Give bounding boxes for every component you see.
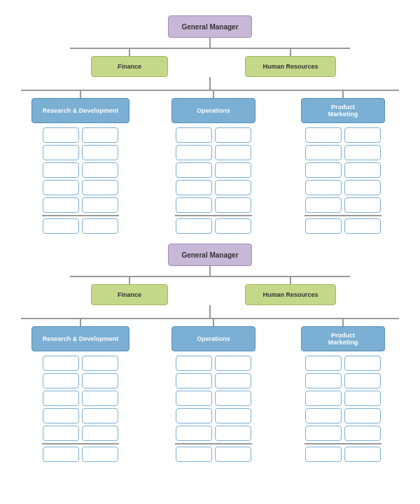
sub-box bbox=[215, 391, 251, 406]
gm-box-1: General Manager bbox=[168, 15, 252, 38]
sub-box bbox=[43, 162, 79, 178]
sub-box bbox=[82, 447, 118, 462]
sub-box bbox=[176, 391, 212, 406]
sub-box bbox=[176, 127, 212, 143]
sub-box bbox=[305, 180, 342, 195]
sub-box bbox=[82, 426, 118, 441]
sub-box bbox=[344, 127, 381, 143]
finance-box-1: Finance bbox=[91, 56, 168, 77]
sub-box bbox=[215, 197, 251, 213]
sub-box bbox=[344, 197, 381, 213]
vline bbox=[209, 38, 211, 48]
sub-box bbox=[176, 197, 212, 213]
sub-box bbox=[43, 197, 79, 213]
sub-box bbox=[43, 426, 79, 441]
sub-box bbox=[82, 373, 118, 388]
sub-box bbox=[82, 127, 118, 143]
sub-box bbox=[305, 391, 342, 406]
sub-box bbox=[305, 447, 342, 462]
sub-box bbox=[305, 127, 342, 143]
sub-box bbox=[43, 391, 79, 406]
sub-box bbox=[305, 218, 342, 234]
org-chart-1: General Manager Finance Human Resources bbox=[7, 7, 413, 234]
sub-box bbox=[215, 145, 251, 160]
sub-box bbox=[176, 447, 212, 462]
sub-box bbox=[305, 162, 342, 178]
sub-box bbox=[344, 426, 381, 441]
org-chart-2: General Manager Finance Human Resources bbox=[7, 244, 413, 472]
sub-box bbox=[305, 145, 342, 160]
sub-box bbox=[305, 408, 342, 424]
rnd-box-1: Research & Development bbox=[31, 98, 130, 123]
sub-box bbox=[176, 373, 212, 388]
sub-box bbox=[215, 426, 251, 441]
sub-box bbox=[215, 162, 251, 178]
sub-box bbox=[344, 145, 381, 160]
sub-box bbox=[176, 218, 212, 234]
sub-box bbox=[305, 373, 342, 388]
sub-box bbox=[344, 218, 381, 234]
sub-box bbox=[43, 408, 79, 424]
sub-box bbox=[305, 356, 342, 371]
sub-box bbox=[43, 447, 79, 462]
sub-box bbox=[215, 356, 251, 371]
sub-box bbox=[344, 162, 381, 178]
sub-box bbox=[344, 391, 381, 406]
sub-box bbox=[43, 145, 79, 160]
sub-box bbox=[215, 218, 251, 234]
vline bbox=[209, 266, 211, 276]
sub-box bbox=[43, 373, 79, 388]
sub-box bbox=[176, 180, 212, 195]
sub-box bbox=[176, 426, 212, 441]
sub-box bbox=[82, 162, 118, 178]
hr-box-1: Human Resources bbox=[245, 56, 336, 77]
vline2 bbox=[209, 77, 211, 90]
sub-box bbox=[215, 180, 251, 195]
sub-box bbox=[82, 180, 118, 195]
sub-box bbox=[305, 197, 342, 213]
ops-box-2: Operations bbox=[172, 326, 255, 351]
sub-box bbox=[215, 373, 251, 388]
sub-box bbox=[215, 127, 251, 143]
pm-box-1: Product Marketing bbox=[301, 98, 385, 123]
sub-box bbox=[305, 426, 342, 441]
rnd-box-2: Research & Development bbox=[31, 326, 130, 351]
sub-box bbox=[176, 408, 212, 424]
sub-box bbox=[43, 356, 79, 371]
sub-box bbox=[82, 391, 118, 406]
sub-box bbox=[82, 408, 118, 424]
sub-box bbox=[43, 180, 79, 195]
sub-box bbox=[176, 145, 212, 160]
sub-box bbox=[344, 447, 381, 462]
sub-box bbox=[176, 162, 212, 178]
gm-box-2: General Manager bbox=[168, 244, 252, 266]
sub-box bbox=[176, 356, 212, 371]
sub-box bbox=[344, 408, 381, 424]
sub-box bbox=[215, 408, 251, 424]
sub-box bbox=[82, 197, 118, 213]
sub-box bbox=[344, 180, 381, 195]
hr-box-2: Human Resources bbox=[245, 284, 336, 305]
sub-box bbox=[43, 218, 79, 234]
sub-box bbox=[43, 127, 79, 143]
sub-box bbox=[82, 218, 118, 234]
page: General Manager Finance Human Resources bbox=[0, 0, 420, 479]
sub-box bbox=[344, 356, 381, 371]
vline2 bbox=[209, 305, 211, 318]
sub-box bbox=[344, 373, 381, 388]
ops-box-1: Operations bbox=[172, 98, 255, 123]
finance-box-2: Finance bbox=[91, 284, 168, 305]
pm-box-2: Product Marketing bbox=[301, 326, 385, 351]
sub-box bbox=[82, 356, 118, 371]
sub-box bbox=[215, 447, 251, 462]
sub-box bbox=[82, 145, 118, 160]
